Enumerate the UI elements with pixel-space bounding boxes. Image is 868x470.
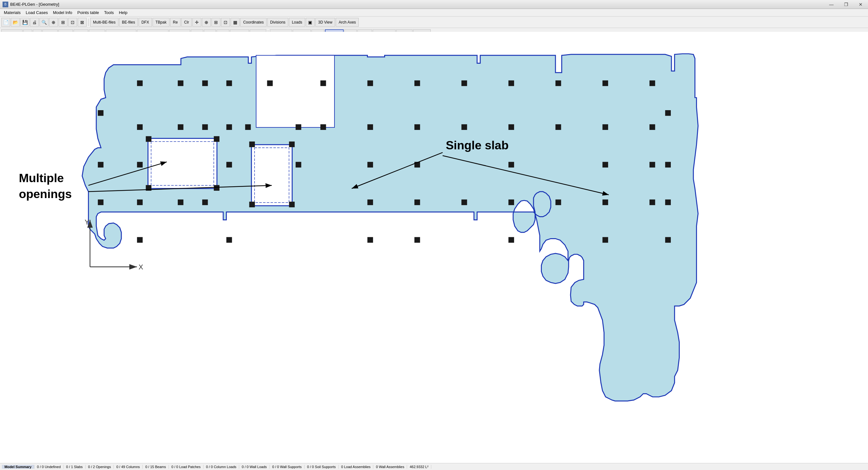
- svg-rect-36: [214, 185, 219, 191]
- tbpak-button[interactable]: TBpak: [153, 18, 169, 27]
- svg-rect-18: [650, 81, 655, 86]
- svg-rect-58: [650, 199, 655, 205]
- svg-rect-19: [137, 124, 143, 130]
- status-wall-loads: 0 / 0 Wall Loads: [239, 465, 270, 469]
- svg-rect-26: [367, 124, 373, 130]
- svg-rect-62: [665, 237, 671, 243]
- coordinates-icon-button[interactable]: ⊠: [78, 18, 87, 27]
- svg-rect-70: [508, 237, 514, 243]
- svg-rect-68: [367, 237, 373, 243]
- menubar: Materials Load Cases Model Info Points t…: [0, 9, 868, 17]
- floorplan-svg: Y X Single slab Multiple openin: [0, 32, 868, 463]
- search-button[interactable]: 🔍: [39, 18, 49, 27]
- status-slabs: 0 / 1 Slabs: [64, 465, 86, 469]
- svg-rect-20: [178, 124, 184, 130]
- svg-marker-0: [82, 54, 698, 401]
- svg-rect-34: [214, 136, 219, 142]
- 3d-icon[interactable]: ▣: [306, 18, 315, 27]
- svg-rect-55: [508, 199, 514, 205]
- svg-rect-14: [462, 81, 467, 86]
- svg-rect-30: [556, 124, 561, 130]
- svg-rect-29: [508, 124, 514, 130]
- svg-rect-21: [202, 124, 208, 130]
- status-columns: 0 / 49 Columns: [114, 465, 143, 469]
- svg-rect-49: [137, 199, 143, 205]
- snap3-button[interactable]: ⊞: [212, 18, 220, 27]
- svg-rect-8: [202, 81, 208, 86]
- coord-btn[interactable]: ▦: [230, 18, 240, 27]
- multi-be-files-button[interactable]: Multi-BE-files: [90, 18, 119, 27]
- menu-points-table[interactable]: Points table: [75, 9, 102, 15]
- snap2-button[interactable]: ⊕: [202, 18, 211, 27]
- grid-toggle-button[interactable]: ⊡: [68, 18, 77, 27]
- re-button[interactable]: Re: [170, 18, 181, 27]
- svg-rect-52: [367, 199, 373, 205]
- status-wall-supports: 0 / 0 Wall Supports: [270, 465, 305, 469]
- svg-text:Multiple: Multiple: [19, 171, 64, 185]
- minimize-button[interactable]: —: [824, 0, 839, 9]
- clr-button[interactable]: Clr: [181, 18, 192, 27]
- svg-rect-63: [98, 110, 103, 116]
- svg-rect-33: [146, 136, 152, 142]
- svg-rect-22: [226, 124, 232, 130]
- svg-rect-44: [367, 162, 373, 167]
- status-load-assemblies: 0 Load Assemblies: [339, 465, 373, 469]
- svg-rect-27: [414, 124, 420, 130]
- svg-rect-48: [650, 162, 655, 167]
- svg-rect-47: [602, 162, 608, 167]
- svg-rect-32: [650, 124, 655, 130]
- zoom-fit-button[interactable]: ⊞: [59, 18, 67, 27]
- svg-rect-16: [556, 81, 561, 86]
- restore-button[interactable]: ❐: [839, 0, 854, 9]
- svg-rect-54: [462, 199, 467, 205]
- menu-tools[interactable]: Tools: [102, 9, 116, 15]
- svg-rect-38: [289, 142, 294, 147]
- status-wall-assemblies: 0 Wall Assemblies: [373, 465, 407, 469]
- svg-rect-71: [602, 237, 608, 243]
- status-soil-supports: 0 / 0 Soil Supports: [305, 465, 339, 469]
- svg-rect-46: [508, 162, 514, 167]
- svg-rect-65: [98, 199, 103, 205]
- window-controls: — ❐ ✕: [824, 0, 868, 9]
- be-files-button[interactable]: BE-files: [119, 18, 138, 27]
- dfx-button[interactable]: DFX: [138, 18, 152, 27]
- save-button[interactable]: 💾: [21, 18, 29, 27]
- svg-rect-39: [249, 201, 255, 207]
- grid2-button[interactable]: ⊡: [221, 18, 230, 27]
- svg-rect-1: [148, 138, 217, 189]
- 3d-view-button[interactable]: 3D View: [315, 18, 335, 27]
- coordinates-button[interactable]: Coordinates: [240, 18, 267, 27]
- svg-rect-37: [249, 142, 255, 147]
- open-file-button[interactable]: 📂: [11, 18, 20, 27]
- print-button[interactable]: 🖨: [30, 18, 39, 27]
- svg-rect-9: [226, 81, 232, 86]
- new-file-button[interactable]: 📄: [1, 18, 10, 27]
- svg-rect-66: [137, 237, 143, 243]
- menu-materials[interactable]: Materials: [1, 9, 23, 15]
- close-button[interactable]: ✕: [854, 0, 868, 9]
- svg-rect-12: [367, 81, 373, 86]
- status-area: 462.9332 L²: [407, 465, 431, 469]
- menu-load-cases[interactable]: Load Cases: [23, 9, 50, 15]
- svg-rect-10: [267, 81, 273, 86]
- svg-rect-50: [178, 199, 184, 205]
- svg-rect-40: [289, 201, 294, 207]
- svg-rect-59: [665, 110, 671, 116]
- titlebar: B BE4E-PLGen - [Geometry] — ❐ ✕: [0, 0, 868, 9]
- svg-rect-11: [320, 81, 326, 86]
- svg-rect-51: [202, 199, 208, 205]
- loads-button[interactable]: Loads: [289, 18, 305, 27]
- canvas-area[interactable]: Y X Single slab Multiple openin: [0, 32, 868, 463]
- svg-rect-6: [137, 81, 143, 86]
- snap1-button[interactable]: ✛: [192, 18, 201, 27]
- status-undefined: 0 / 0 Undefined: [34, 465, 64, 469]
- svg-rect-5: [256, 55, 335, 127]
- svg-rect-57: [602, 199, 608, 205]
- menu-help[interactable]: Help: [116, 9, 130, 15]
- divisions-button[interactable]: Divisions: [267, 18, 288, 27]
- status-beams: 0 / 15 Beams: [143, 465, 169, 469]
- zoom-in-button[interactable]: ⊕: [49, 18, 58, 27]
- menu-model-info[interactable]: Model Info: [50, 9, 75, 15]
- svg-rect-61: [665, 199, 671, 205]
- arch-axes-button[interactable]: Arch Axes: [336, 18, 359, 27]
